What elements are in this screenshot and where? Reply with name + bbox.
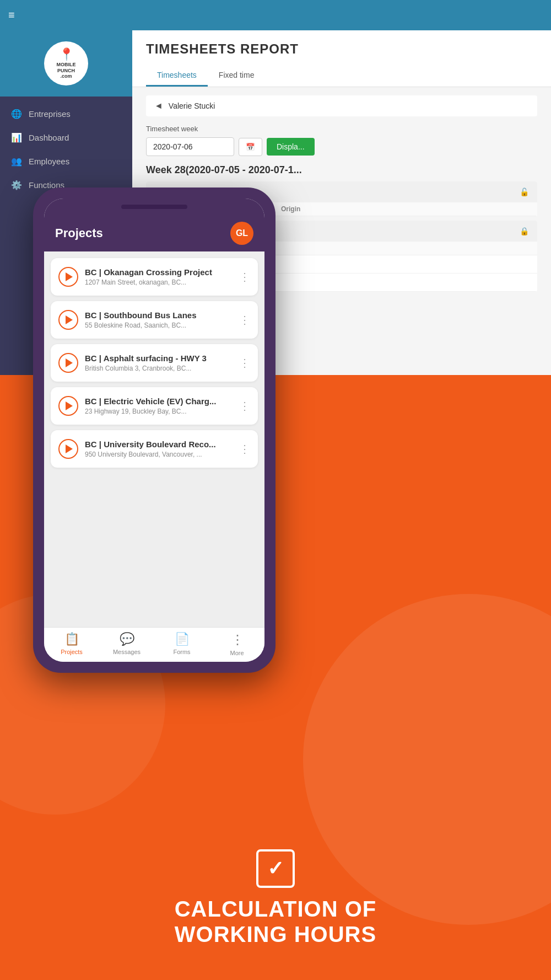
project-addr-2: 55 Boleskine Road, Saanich, BC... (85, 322, 233, 329)
more-dots-3[interactable]: ⋮ (239, 357, 250, 368)
play-button-5[interactable] (58, 439, 78, 459)
sidebar-item-dashboard[interactable]: 📊 Dashboard (0, 126, 132, 149)
logo-text: MOBILEPUNCH.com (57, 62, 76, 79)
project-info-2: BC | Southbound Bus Lanes 55 Boleskine R… (85, 310, 233, 329)
project-info-1: BC | Okanagan Crossing Project 1207 Main… (85, 267, 233, 286)
sidebar-item-entreprises[interactable]: 🌐 Entreprises (0, 102, 132, 126)
list-item[interactable]: BC | Asphalt surfacing - HWY 3 British C… (51, 344, 258, 382)
logo-pin-icon: 📍 (59, 47, 74, 62)
project-name-5: BC | University Boulevard Reco... (85, 440, 233, 449)
nav-projects-label: Projects (61, 649, 83, 655)
nav-messages-icon: 💬 (120, 632, 134, 646)
desktop-topbar: ≡ (0, 0, 551, 30)
employee-filter-name: Valerie Stucki (169, 101, 215, 110)
nav-messages-label: Messages (113, 649, 141, 655)
phone-content: BC | Okanagan Crossing Project 1207 Main… (44, 251, 264, 627)
phone-inner: Projects GL BC | Okanagan Crossing Proje… (44, 199, 264, 662)
more-dots-1[interactable]: ⋮ (239, 271, 250, 282)
project-info-4: BC | Electric Vehicle (EV) Charg... 23 H… (85, 397, 233, 415)
play-button-2[interactable] (58, 310, 78, 330)
bottom-text: CALCULATION OF WORKING HOURS (175, 896, 377, 947)
checkmark-icon (256, 849, 295, 888)
sidebar-menu: 🌐 Entreprises 📊 Dashboard 👥 Employees ⚙️… (0, 97, 132, 202)
list-item[interactable]: BC | Electric Vehicle (EV) Charg... 23 H… (51, 387, 258, 425)
globe-icon: 🌐 (11, 109, 22, 119)
play-icon-3 (66, 358, 73, 367)
sidebar-label-entreprises: Entreprises (29, 109, 71, 119)
tab-timesheets[interactable]: Timesheets (146, 65, 208, 87)
list-item[interactable]: BC | University Boulevard Reco... 950 Un… (51, 430, 258, 468)
play-icon-1 (66, 272, 73, 281)
project-name-3: BC | Asphalt surfacing - HWY 3 (85, 354, 233, 363)
project-addr-4: 23 Highway 19, Buckley Bay, BC... (85, 408, 233, 415)
list-item[interactable]: BC | Southbound Bus Lanes 55 Boleskine R… (51, 301, 258, 339)
bottom-line1: CALCULATION OF (175, 897, 377, 921)
nav-more-label: More (230, 650, 244, 656)
col-origin-label: Origin (281, 205, 300, 213)
nav-forms-label: Forms (173, 649, 190, 655)
project-info-5: BC | University Boulevard Reco... 950 Un… (85, 440, 233, 458)
project-name-2: BC | Southbound Bus Lanes (85, 310, 233, 320)
project-name-1: BC | Okanagan Crossing Project (85, 267, 233, 277)
nav-item-forms[interactable]: 📄 Forms (154, 632, 209, 656)
phone-mockup: Projects GL BC | Okanagan Crossing Proje… (33, 188, 276, 673)
play-button-1[interactable] (58, 267, 78, 287)
project-name-4: BC | Electric Vehicle (EV) Charg... (85, 397, 233, 406)
nav-item-projects[interactable]: 📋 Projects (44, 632, 99, 656)
bottom-section: CALCULATION OF WORKING HOURS (0, 849, 551, 947)
sidebar-item-employees[interactable]: 👥 Employees (0, 149, 132, 173)
sidebar-label-dashboard: Dashboard (29, 133, 69, 142)
week-header: Week 28(2020-07-05 - 2020-07-1... (146, 164, 537, 176)
timesheet-week-label: Timesheet week (146, 125, 537, 133)
play-button-4[interactable] (58, 396, 78, 416)
tab-fixed-time[interactable]: Fixed time (208, 65, 266, 87)
phone-header: Projects GL (44, 215, 264, 251)
date-input[interactable] (146, 137, 234, 156)
more-dots-2[interactable]: ⋮ (239, 314, 250, 325)
phone-title: Projects (55, 226, 103, 240)
date-input-row: 📅 Displa... (146, 137, 537, 156)
tabs-row: Timesheets Fixed time (146, 65, 537, 87)
nav-forms-icon: 📄 (175, 632, 190, 646)
project-info-3: BC | Asphalt surfacing - HWY 3 British C… (85, 354, 233, 372)
more-dots-4[interactable]: ⋮ (239, 400, 250, 411)
more-dots-5[interactable]: ⋮ (239, 443, 250, 454)
filter-row: ◄ Valerie Stucki (146, 95, 537, 116)
logo-circle: 📍 MOBILEPUNCH.com (44, 41, 88, 85)
project-addr-5: 950 University Boulevard, Vancouver, ... (85, 451, 233, 458)
sidebar-label-employees: Employees (29, 157, 69, 166)
nav-item-more[interactable]: ⋮ More (209, 632, 264, 656)
employees-icon: 👥 (11, 156, 22, 167)
play-icon-5 (66, 445, 73, 453)
report-title: TIMESHEETS REPORT (146, 41, 537, 57)
phone-notch (121, 205, 187, 209)
prev-arrow-icon[interactable]: ◄ (154, 101, 163, 111)
project-addr-1: 1207 Main Street, okanagan, BC... (85, 279, 233, 286)
lock-icon-monday: 🔒 (520, 227, 529, 235)
nav-item-messages[interactable]: 💬 Messages (99, 632, 154, 656)
bottom-line2: WORKING HOURS (175, 922, 376, 946)
dashboard-icon: 📊 (11, 132, 22, 143)
list-item[interactable]: BC | Okanagan Crossing Project 1207 Main… (51, 258, 258, 296)
report-header: TIMESHEETS REPORT Timesheets Fixed time (132, 30, 551, 87)
display-button[interactable]: Displa... (267, 138, 315, 156)
play-button-3[interactable] (58, 353, 78, 373)
hamburger-icon[interactable]: ≡ (8, 9, 15, 22)
phone-nav: 📋 Projects 💬 Messages 📄 Forms ⋮ More (44, 627, 264, 662)
phone-notch-bar (44, 199, 264, 215)
sidebar-logo: 📍 MOBILEPUNCH.com (0, 30, 132, 97)
functions-icon: ⚙️ (11, 180, 22, 190)
nav-projects-icon: 📋 (64, 632, 79, 646)
lock-icon-sunday: 🔓 (520, 188, 529, 196)
play-icon-2 (66, 315, 73, 324)
calendar-button[interactable]: 📅 (239, 138, 262, 156)
project-addr-3: British Columbia 3, Cranbrook, BC... (85, 365, 233, 372)
play-icon-4 (66, 401, 73, 410)
nav-more-icon: ⋮ (231, 632, 243, 647)
phone-avatar[interactable]: GL (230, 222, 253, 245)
